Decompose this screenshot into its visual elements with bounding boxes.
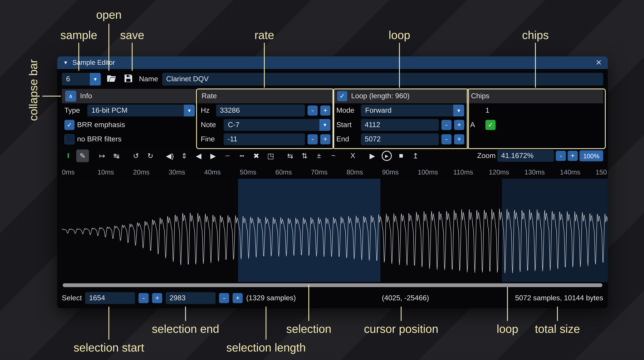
chevron-down-icon[interactable]: ▼ (184, 104, 195, 116)
undo-icon: ↺ (133, 152, 139, 160)
delete-button[interactable]: ✖ (250, 150, 262, 162)
redo-button[interactable]: ↻ (144, 150, 157, 162)
sign-button[interactable]: ± (312, 150, 325, 162)
status-bar: Select 1654 - + 2983 - + (1329 samples) … (57, 288, 608, 308)
insert-silence-icon: ┄ (225, 152, 230, 160)
redo-icon: ↻ (147, 152, 154, 160)
hz-field[interactable]: 33286 (216, 104, 305, 116)
delete-icon: ✖ (253, 152, 259, 160)
annotation-total-size: total size (535, 323, 580, 336)
normalize-button[interactable]: ⇕ (178, 150, 190, 162)
open-button[interactable] (105, 72, 118, 85)
save-button[interactable] (122, 72, 135, 85)
annotation-line (108, 306, 109, 340)
undo-button[interactable]: ↺ (130, 150, 142, 162)
loop-start-plus-button[interactable]: + (454, 120, 464, 130)
chevron-down-icon[interactable]: ▼ (453, 104, 464, 116)
fine-plus-button[interactable]: + (320, 134, 330, 144)
timeline-ruler: 0ms 10ms 20ms 30ms 40ms 50ms 60ms 70ms 8… (57, 165, 608, 179)
waveform-display[interactable] (57, 179, 608, 282)
trim-button[interactable]: ◳ (264, 150, 277, 162)
rate-panel: Rate Hz 33286 - + Note C-7 ▼ Fine -11 (198, 89, 333, 146)
horizontal-scrollbar[interactable] (57, 282, 608, 288)
preview-button[interactable]: ▶ (366, 150, 379, 162)
folder-open-icon (106, 73, 116, 85)
apply-silence-button[interactable]: ┅ (236, 150, 248, 162)
insert-silence-button[interactable]: ┄ (221, 150, 234, 162)
type-label: Type (64, 106, 85, 115)
fade-in-button[interactable]: ◀ (192, 150, 205, 162)
fade-out-button[interactable]: ▶ (207, 150, 220, 162)
selection-end-plus-button[interactable]: + (232, 293, 243, 303)
annotation-loop-bottom: loop (497, 323, 518, 336)
stop-button[interactable]: ■ (395, 150, 408, 162)
zoom-label: Zoom (477, 152, 496, 160)
brr-emphasis-checkbox[interactable]: ✓ (64, 120, 74, 130)
resample-button[interactable]: ↹ (110, 150, 123, 162)
loop-start-field[interactable]: 4112 (361, 119, 439, 131)
window-titlebar[interactable]: ▼ Sample Editor ✕ (57, 56, 608, 69)
zoom-field[interactable]: 41.1672% (497, 150, 554, 162)
selection-start-field[interactable]: 1654 (85, 292, 135, 304)
loop-enable-checkbox[interactable]: ✓ (337, 91, 347, 101)
selection-length-text: (1329 samples) (246, 294, 296, 302)
timeline-tick: 90ms (382, 168, 399, 176)
zoom-reset-button[interactable]: 100% (580, 150, 603, 161)
invert-button[interactable]: ⇅ (298, 150, 311, 162)
crossfade-icon: X (350, 152, 355, 160)
loop-end-plus-button[interactable]: + (454, 134, 464, 144)
selection-end-field[interactable]: 2983 (166, 292, 216, 304)
no-brr-filters-label: no BRR filters (77, 135, 122, 144)
select-tool-button[interactable]: I (62, 150, 74, 162)
fine-field[interactable]: -11 (224, 134, 305, 145)
timeline-tick: 60ms (275, 168, 292, 176)
crossfade-button[interactable]: X (346, 150, 359, 162)
check-icon: ✓ (67, 121, 72, 129)
filter-button[interactable]: ~ (327, 150, 340, 162)
invert-icon: ⇅ (302, 152, 308, 160)
info-header-label: Info (80, 92, 92, 100)
hz-minus-button[interactable]: - (308, 106, 318, 116)
stop-icon: ■ (399, 152, 403, 160)
timeline-tick: 0ms (62, 168, 74, 176)
scrollbar-thumb[interactable] (63, 283, 602, 287)
chip-column-number: 1 (486, 106, 490, 115)
select-label: Select (62, 294, 82, 302)
type-dropdown[interactable]: 16-bit PCM ▼ (87, 104, 195, 116)
sample-name-input[interactable]: Clarinet DQV (162, 72, 603, 85)
note-dropdown[interactable]: C-7 ▼ (224, 119, 330, 131)
speaker-icon: ◀) (166, 152, 174, 160)
no-brr-filters-checkbox[interactable] (64, 134, 74, 144)
loop-end-field[interactable]: 5072 (361, 134, 439, 145)
amplify-button[interactable]: ◀) (164, 150, 176, 162)
resize-button[interactable]: ↦ (96, 150, 108, 162)
loop-start-label: Start (336, 121, 358, 129)
chip-a-checkbox[interactable]: ✓ (486, 120, 496, 130)
annotation-cursor-position: cursor position (364, 323, 438, 336)
selection-start-minus-button[interactable]: - (138, 293, 149, 303)
loop-mode-dropdown[interactable]: Forward ▼ (361, 104, 464, 116)
reverse-button[interactable]: ⇆ (284, 150, 296, 162)
selection-end-minus-button[interactable]: - (219, 293, 229, 303)
loop-start-minus-button[interactable]: - (442, 120, 452, 130)
timeline-tick: 10ms (97, 168, 114, 176)
edit-cursor-icon: I (67, 152, 69, 160)
chevron-up-icon: ∧ (68, 93, 73, 100)
hz-plus-button[interactable]: + (320, 106, 330, 116)
chevron-down-icon[interactable]: ▼ (90, 72, 101, 85)
chevron-down-icon[interactable]: ▼ (320, 119, 330, 131)
draw-tool-button[interactable]: ✎ (76, 150, 89, 162)
play-button[interactable]: ▶ (380, 150, 393, 162)
import-button[interactable]: ↥ (409, 150, 422, 162)
fine-minus-button[interactable]: - (308, 134, 318, 144)
selection-start-plus-button[interactable]: + (152, 293, 162, 303)
zoom-minus-button[interactable]: - (556, 151, 566, 161)
zoom-plus-button[interactable]: + (568, 151, 578, 161)
close-icon[interactable]: ✕ (596, 58, 602, 67)
window-collapse-icon[interactable]: ▼ (63, 60, 68, 66)
loop-end-minus-button[interactable]: - (442, 134, 452, 144)
sample-editor-window: ▼ Sample Editor ✕ 6 ▼ (57, 56, 608, 308)
info-panel: ∧ Info Type 16-bit PCM ▼ ✓ BRR emphasis (62, 89, 197, 146)
sample-number-dropdown[interactable]: 6 ▼ (62, 72, 101, 85)
collapse-bar-button[interactable]: ∧ (65, 91, 76, 102)
